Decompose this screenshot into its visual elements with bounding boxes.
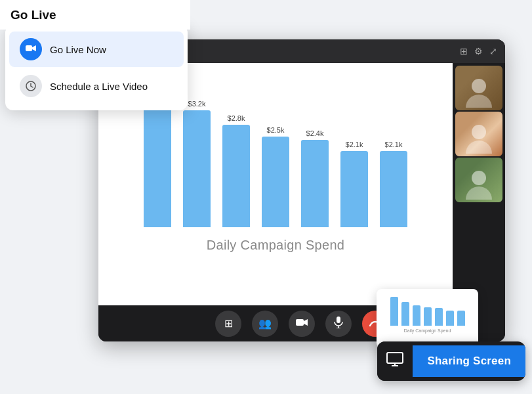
- camera-button[interactable]: [289, 311, 315, 337]
- bar-1: [183, 110, 211, 227]
- sharing-screen-container: Sharing Screen: [377, 341, 525, 381]
- side-panels: [453, 63, 505, 305]
- bar-label-5: $2.1k: [346, 141, 363, 148]
- bar-group-5: $2.1k: [340, 141, 368, 227]
- bar-4: [301, 140, 329, 227]
- expand-icon[interactable]: ⤢: [489, 46, 497, 56]
- go-live-item-schedule[interactable]: Schedule a Live Video: [9, 68, 184, 104]
- bar-group-6: $2.1k: [380, 141, 407, 227]
- present-button[interactable]: ⊞: [215, 311, 241, 337]
- present-icon: ⊞: [224, 317, 233, 330]
- participant-thumb-1: [455, 66, 502, 110]
- gear-icon[interactable]: ⚙: [474, 46, 483, 56]
- chart-inner: $4k$3.2k$2.8k$2.5k$2.4k$2.1k$2.1k Daily …: [118, 83, 433, 273]
- go-live-now-icon: [20, 38, 42, 60]
- go-live-panel: Go Live Now Schedule a Live Video: [5, 25, 188, 110]
- mic-icon: [334, 317, 343, 331]
- bar-label-1: $3.2k: [188, 100, 206, 108]
- go-live-now-label: Go Live Now: [50, 44, 106, 55]
- mini-preview: Daily Campaign Spend: [377, 289, 478, 348]
- bar-label-4: $2.4k: [306, 129, 324, 137]
- svg-rect-4: [387, 353, 403, 363]
- sharing-icon-area: [377, 341, 413, 381]
- mini-chart-title: Daily Campaign Spend: [404, 328, 451, 333]
- bar-6: [380, 151, 407, 227]
- mini-bar-3: [424, 307, 432, 326]
- bar-group-4: $2.4k: [301, 129, 329, 227]
- bar-label-6: $2.1k: [385, 141, 403, 148]
- mic-button[interactable]: [325, 311, 352, 337]
- bar-5: [340, 151, 368, 227]
- bar-group-3: $2.5k: [262, 126, 289, 227]
- mini-bar-2: [413, 305, 420, 326]
- sharing-screen-button[interactable]: Sharing Screen: [413, 345, 525, 377]
- participants-button[interactable]: 👥: [252, 311, 278, 337]
- mini-bar-0: [390, 297, 398, 326]
- monitor-icon: [386, 352, 403, 370]
- svg-rect-1: [337, 317, 340, 323]
- mini-bar-6: [457, 311, 465, 326]
- chart-title: Daily Campaign Spend: [207, 238, 345, 253]
- go-live-header: Go Live: [0, 0, 190, 30]
- mini-bar-1: [401, 302, 409, 326]
- participant-thumb-2: [455, 112, 502, 156]
- grid-icon[interactable]: ⊞: [460, 46, 468, 56]
- svg-rect-7: [26, 45, 32, 51]
- bar-group-2: $2.8k: [222, 114, 250, 227]
- schedule-label: Schedule a Live Video: [50, 81, 148, 92]
- participants-icon: 👥: [258, 317, 272, 330]
- bar-2: [222, 125, 250, 227]
- svg-rect-0: [296, 319, 304, 326]
- go-live-header-title: Go Live: [10, 8, 56, 22]
- bar-label-3: $2.5k: [267, 126, 285, 134]
- mini-bar-4: [435, 308, 443, 326]
- go-live-item-now[interactable]: Go Live Now: [9, 32, 184, 67]
- participant-thumb-3: [455, 158, 502, 202]
- camera-icon: [296, 318, 308, 330]
- bar-3: [262, 137, 289, 227]
- mini-bars-container: [390, 294, 465, 326]
- bar-group-1: $3.2k: [183, 100, 211, 227]
- bar-label-2: $2.8k: [228, 114, 245, 122]
- mini-bar-5: [446, 311, 454, 326]
- schedule-icon: [20, 75, 42, 97]
